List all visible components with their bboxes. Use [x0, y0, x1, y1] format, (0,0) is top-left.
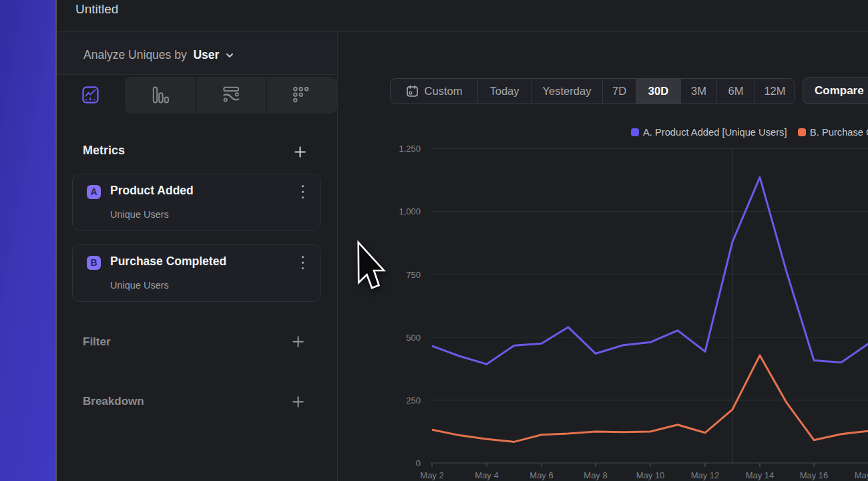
- svg-text:750: 750: [406, 270, 421, 280]
- svg-text:May 6: May 6: [529, 470, 553, 480]
- svg-text:May 10: May 10: [636, 470, 665, 480]
- svg-text:0: 0: [416, 458, 421, 468]
- svg-text:May 4: May 4: [475, 470, 498, 480]
- svg-text:May 14: May 14: [746, 470, 775, 480]
- svg-text:May 8: May 8: [584, 470, 607, 480]
- svg-text:250: 250: [406, 395, 421, 406]
- svg-text:1,250: 1,250: [399, 144, 421, 154]
- svg-text:May 16: May 16: [800, 470, 829, 480]
- svg-text:May 18: May 18: [855, 470, 868, 480]
- svg-text:1,000: 1,000: [399, 206, 421, 216]
- svg-text:May 12: May 12: [691, 470, 720, 480]
- svg-text:May 2: May 2: [420, 470, 443, 480]
- svg-text:500: 500: [406, 333, 421, 343]
